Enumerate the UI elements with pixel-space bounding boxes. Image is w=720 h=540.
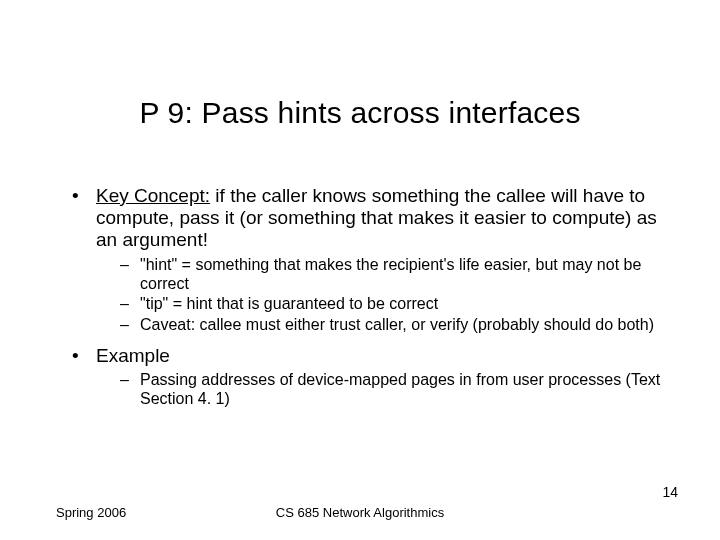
sub-bullet: Caveat: callee must either trust caller,… bbox=[120, 316, 662, 335]
sub-bullet: "tip" = hint that is guaranteed to be co… bbox=[120, 295, 662, 314]
example-label: Example bbox=[96, 345, 170, 366]
key-concept-sublist: "hint" = something that makes the recipi… bbox=[96, 256, 662, 336]
bullet-list: Key Concept: if the caller knows somethi… bbox=[72, 185, 662, 409]
slide-title: P 9: Pass hints across interfaces bbox=[0, 96, 720, 130]
sub-bullet: Passing addresses of device-mapped pages… bbox=[120, 371, 662, 409]
sub-bullet: "hint" = something that makes the recipi… bbox=[120, 256, 662, 294]
bullet-example: Example Passing addresses of device-mapp… bbox=[72, 345, 662, 409]
slide-body: Key Concept: if the caller knows somethi… bbox=[72, 185, 662, 419]
example-sublist: Passing addresses of device-mapped pages… bbox=[96, 371, 662, 409]
key-concept-label: Key Concept: bbox=[96, 185, 210, 206]
bullet-key-concept: Key Concept: if the caller knows somethi… bbox=[72, 185, 662, 335]
footer-center: CS 685 Network Algorithmics bbox=[0, 505, 720, 520]
slide: P 9: Pass hints across interfaces Key Co… bbox=[0, 0, 720, 540]
page-number: 14 bbox=[662, 484, 678, 500]
